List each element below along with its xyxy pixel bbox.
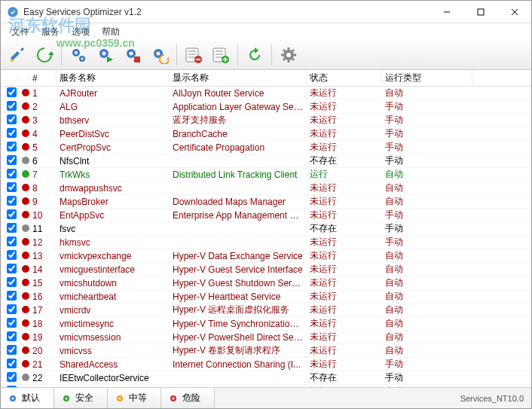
svg-point-7 [75, 51, 78, 54]
window-title: Easy Services Optimizer v1.2 [23, 7, 430, 17]
row-checkbox[interactable] [7, 250, 17, 260]
col-header-start[interactable]: 运行类型 [382, 70, 472, 87]
menu-options[interactable]: 选项 [66, 24, 96, 40]
col-header-num[interactable]: # [29, 71, 57, 86]
table-row[interactable]: 2ALGApplication Layer Gateway Ser...未运行手… [1, 100, 531, 114]
table-row[interactable]: 17vmicrdvHyper-V 远程桌面虚拟化服务未运行自动 [1, 304, 531, 317]
row-checkbox[interactable] [7, 237, 17, 246]
table-row[interactable]: 11fsvc不存在手动 [1, 222, 531, 236]
row-checkbox[interactable] [7, 331, 17, 341]
cell-display-name: Hyper-V Guest Service Interface [170, 264, 307, 276]
row-checkbox[interactable] [7, 114, 17, 124]
table-row[interactable]: 23iphlpsvcIP Helper运行自动 [1, 385, 531, 387]
minimize-button[interactable] [430, 1, 463, 23]
tool-refresh-green-button[interactable] [32, 43, 57, 67]
table-row[interactable]: 5CertPropSvcCertificate Propagation未运行手动 [1, 141, 531, 154]
cell-display-name: Internet Connection Sharing (I... [170, 359, 307, 371]
table-row[interactable]: 6NfsClnt不存在手动 [1, 154, 531, 168]
tab-default[interactable]: 默认 [1, 388, 54, 408]
row-checkbox[interactable] [7, 304, 17, 314]
tool-gears-blue-button[interactable] [66, 43, 90, 67]
table-row[interactable]: 21SharedAccessInternet Connection Sharin… [1, 358, 531, 371]
tool-settings-button[interactable] [277, 43, 301, 67]
table-row[interactable]: 13vmickvpexchangeHyper-V Data Exchange S… [1, 249, 531, 263]
row-checkbox[interactable] [7, 264, 17, 273]
row-checkbox[interactable] [7, 386, 17, 388]
cell-num: 18 [29, 318, 57, 330]
cell-start-type: 自动 [382, 384, 472, 387]
col-header-name[interactable]: 服务名称 [57, 70, 170, 87]
tool-gear-play-button[interactable] [93, 43, 118, 67]
row-checkbox[interactable] [7, 291, 17, 301]
tab-medium[interactable]: 中等 [108, 388, 161, 408]
row-checkbox[interactable] [7, 196, 17, 206]
table-row[interactable]: 8dmwappushsvc未运行自动 [1, 182, 531, 195]
svg-point-17 [157, 51, 161, 55]
status-dot-icon [22, 306, 29, 313]
row-checkbox[interactable] [7, 223, 17, 233]
services-grid[interactable]: # 服务名称 显示名称 状态 运行类型 1AJRouterAllJoyn Rou… [1, 70, 531, 387]
row-checkbox[interactable] [7, 87, 17, 97]
table-row[interactable]: 15vmicshutdownHyper-V Guest Shutdown Ser… [1, 276, 531, 290]
table-row[interactable]: 18vmictimesyncHyper-V Time Synchronizati… [1, 317, 531, 331]
cell-start-type: 手动 [382, 221, 472, 236]
status-dot-icon [22, 197, 29, 205]
table-row[interactable]: 3bthserv蓝牙支持服务未运行手动 [1, 114, 531, 127]
table-row[interactable]: 10EntAppSvcEnterprise App Management Se.… [1, 209, 531, 222]
status-dot-icon [22, 360, 29, 368]
cell-service-name: MapsBroker [57, 196, 170, 208]
row-checkbox[interactable] [7, 345, 17, 355]
row-checkbox[interactable] [7, 372, 17, 382]
menu-services[interactable]: 服务 [35, 24, 66, 40]
table-row[interactable]: 19vmicvmsessionHyper-V PowerShell Direct… [1, 331, 531, 344]
cell-num: 19 [29, 331, 57, 343]
table-row[interactable]: 9MapsBrokerDownloaded Maps Manager未运行自动 [1, 195, 531, 209]
tool-list-remove-button[interactable] [182, 43, 206, 67]
svg-line-38 [292, 59, 294, 60]
row-checkbox[interactable] [7, 155, 17, 165]
cell-display-name [170, 188, 307, 189]
row-checkbox[interactable] [7, 277, 17, 287]
row-checkbox[interactable] [7, 359, 17, 368]
status-dot-icon [22, 184, 29, 191]
cell-service-name: iphlpsvc [57, 386, 170, 388]
row-checkbox[interactable] [7, 182, 17, 192]
row-checkbox[interactable] [7, 142, 17, 151]
table-row[interactable]: 1AJRouterAllJoyn Router Service未运行自动 [1, 87, 531, 100]
row-checkbox[interactable] [7, 169, 17, 179]
tool-list-add-button[interactable] [209, 43, 233, 67]
close-button[interactable] [497, 1, 531, 23]
col-header-display[interactable]: 显示名称 [170, 70, 307, 87]
table-row[interactable]: 22IEEtwCollectorService不存在手动 [1, 371, 531, 385]
cell-start-type: 手动 [382, 154, 472, 168]
table-row[interactable]: 12hkmsvc未运行手动 [1, 236, 531, 249]
tab-medium-label: 中等 [129, 392, 147, 404]
menu-help[interactable]: 帮助 [96, 24, 126, 40]
tool-gear-stop-button[interactable] [121, 43, 145, 67]
menu-file[interactable]: 文件 [5, 24, 35, 40]
toolbar-separator [271, 44, 272, 66]
col-header-status[interactable]: 状态 [307, 70, 382, 87]
row-checkbox[interactable] [7, 128, 17, 138]
cell-status: 未运行 [307, 127, 382, 141]
tool-wrench-button[interactable] [5, 43, 29, 67]
table-row[interactable]: 16vmicheartbeatHyper-V Heartbeat Service… [1, 290, 531, 304]
table-row[interactable]: 20vmicvssHyper-V 卷影复制请求程序未运行自动 [1, 344, 531, 358]
svg-rect-15 [134, 56, 140, 63]
row-checkbox[interactable] [7, 101, 17, 111]
status-dot-icon [22, 292, 29, 300]
tab-safe[interactable]: 安全 [54, 388, 108, 408]
tool-reload-button[interactable] [243, 43, 267, 67]
table-row[interactable]: 7TrkWksDistributed Link Tracking Client运… [1, 168, 531, 182]
maximize-button[interactable] [463, 1, 497, 23]
table-row[interactable]: 4PeerDistSvcBranchCache未运行手动 [1, 127, 531, 141]
tab-danger[interactable]: 危险 [161, 388, 215, 408]
svg-point-42 [12, 397, 14, 399]
cell-status: 未运行 [307, 249, 382, 263]
tool-gear-restart-button[interactable] [148, 43, 172, 67]
row-checkbox[interactable] [7, 209, 17, 219]
status-dot-icon [22, 265, 29, 273]
cell-display-name [170, 228, 307, 230]
row-checkbox[interactable] [7, 318, 17, 328]
table-row[interactable]: 14vmicguestinterfaceHyper-V Guest Servic… [1, 263, 531, 276]
